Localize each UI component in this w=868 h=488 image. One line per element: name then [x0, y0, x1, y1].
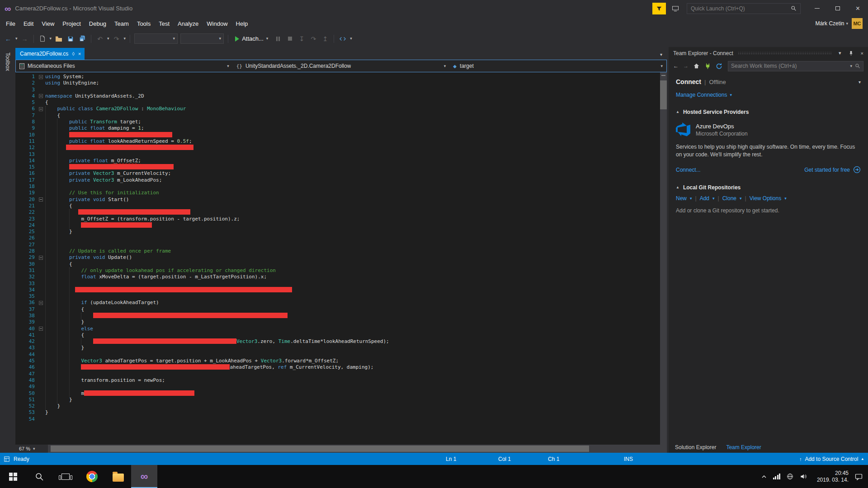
- save-icon[interactable]: [66, 33, 75, 44]
- menu-view[interactable]: View: [38, 19, 58, 29]
- manage-connections-caret-icon[interactable]: ▾: [730, 93, 732, 97]
- connect-link[interactable]: Connect...: [676, 167, 701, 173]
- document-list-caret-icon[interactable]: ▾: [660, 52, 667, 60]
- close-panel-icon[interactable]: ×: [859, 50, 865, 57]
- pin-tab-icon[interactable]: ◊: [72, 51, 74, 56]
- search-options-caret-icon[interactable]: ▾: [850, 64, 852, 68]
- forward-icon[interactable]: →: [683, 63, 689, 69]
- editor-split-handle[interactable]: [660, 72, 667, 79]
- menu-window[interactable]: Window: [203, 19, 231, 29]
- new-file-caret-icon[interactable]: ▾: [50, 37, 52, 41]
- redo-icon[interactable]: ↷: [112, 33, 121, 44]
- menu-team[interactable]: Team: [110, 19, 133, 29]
- git-clone-link[interactable]: Clone: [722, 195, 736, 202]
- tab-team-explorer[interactable]: Team Explorer: [725, 443, 762, 451]
- volume-icon[interactable]: [800, 473, 807, 480]
- menu-debug[interactable]: Debug: [85, 19, 110, 29]
- toolbar-overflow-caret-icon[interactable]: ▾: [350, 37, 352, 41]
- connections-plug-icon[interactable]: [704, 63, 711, 70]
- git-view-options-caret-icon[interactable]: ▾: [784, 197, 787, 201]
- add-to-source-control-button[interactable]: ↑ Add to Source Control ▴: [799, 453, 863, 465]
- step-into-icon[interactable]: ↧: [297, 33, 306, 44]
- redo-caret-icon[interactable]: ▾: [124, 37, 126, 41]
- fold-toggle-icon[interactable]: [39, 94, 43, 98]
- code-area[interactable]: 1using System;2using UnityEngine;34names…: [15, 72, 660, 445]
- fold-toggle-icon[interactable]: [39, 256, 43, 260]
- action-center-icon[interactable]: [855, 473, 863, 480]
- task-view-button[interactable]: [52, 465, 79, 488]
- back-icon[interactable]: ←: [673, 63, 679, 69]
- project-dropdown[interactable]: Miscellaneous Files ▾: [16, 60, 233, 72]
- network-signal-icon[interactable]: [773, 474, 781, 479]
- user-avatar[interactable]: MC: [852, 18, 863, 29]
- horizontal-scrollbar-thumb[interactable]: [51, 446, 589, 452]
- close-tab-icon[interactable]: ×: [78, 51, 81, 56]
- git-new-link[interactable]: New: [676, 195, 687, 202]
- toolbox-tab[interactable]: Toolbox: [0, 47, 15, 453]
- signed-in-user[interactable]: Márk Czetin: [815, 20, 844, 27]
- git-clone-caret-icon[interactable]: ▾: [740, 197, 742, 201]
- fold-toggle-icon[interactable]: [39, 197, 43, 202]
- taskbar-clock[interactable]: 20:45 2019. 03. 14.: [813, 470, 849, 483]
- open-file-icon[interactable]: [54, 33, 63, 44]
- undo-icon[interactable]: ↶: [95, 33, 104, 44]
- fold-toggle-icon[interactable]: [39, 75, 43, 79]
- vertical-scrollbar[interactable]: [660, 72, 667, 445]
- taskbar-visual-studio-button[interactable]: ∞: [131, 465, 157, 488]
- navigate-back-icon[interactable]: ←: [4, 33, 13, 44]
- taskbar-chrome-button[interactable]: [79, 465, 105, 488]
- menu-analyze[interactable]: Analyze: [174, 19, 203, 29]
- restore-button[interactable]: [827, 0, 848, 17]
- menu-help[interactable]: Help: [232, 19, 252, 29]
- minimize-button[interactable]: [807, 0, 827, 17]
- taskbar-file-explorer-button[interactable]: [105, 465, 131, 488]
- menu-edit[interactable]: Edit: [19, 19, 38, 29]
- menu-project[interactable]: Project: [58, 19, 85, 29]
- git-add-link[interactable]: Add: [700, 195, 709, 202]
- git-view-options-link[interactable]: View Options: [750, 195, 781, 202]
- team-explorer-header[interactable]: Team Explorer - Connect ▾ ×: [669, 47, 868, 59]
- member-dropdown[interactable]: ◆ target ▾: [449, 60, 666, 72]
- code-editor[interactable]: 1using System;2using UnityEngine;34names…: [15, 72, 667, 445]
- taskbar-search-button[interactable]: [26, 465, 52, 488]
- manage-connections-link[interactable]: Manage Connections: [676, 92, 727, 98]
- new-file-icon[interactable]: [38, 33, 47, 44]
- page-switch-caret-icon[interactable]: ▾: [859, 80, 861, 84]
- git-new-caret-icon[interactable]: ▾: [690, 197, 692, 201]
- save-all-icon[interactable]: [78, 33, 87, 44]
- feedback-monitor-icon[interactable]: [669, 3, 682, 14]
- menu-file[interactable]: File: [2, 19, 19, 29]
- filter-icon[interactable]: [652, 3, 666, 14]
- attach-button[interactable]: Attach... ▾: [232, 33, 271, 44]
- step-out-icon[interactable]: ↥: [321, 33, 330, 44]
- horizontal-scrollbar[interactable]: [48, 445, 660, 453]
- tab-camera2dfollow[interactable]: Camera2DFollow.cs ◊ ×: [15, 48, 85, 60]
- type-dropdown[interactable]: {} UnityStandardAssets._2D.Camera2DFollo…: [233, 60, 450, 72]
- solution-platforms-dropdown[interactable]: ▾: [180, 33, 224, 44]
- stop-icon[interactable]: [285, 33, 294, 44]
- undo-caret-icon[interactable]: ▾: [107, 37, 109, 41]
- navigate-back-caret-icon[interactable]: ▾: [15, 37, 18, 41]
- fold-toggle-icon[interactable]: [39, 301, 43, 305]
- work-items-search-input[interactable]: Search Work Items (Ctrl+á) ▾: [728, 61, 863, 71]
- solution-configurations-dropdown[interactable]: ▾: [134, 33, 178, 44]
- step-over-icon[interactable]: ↷: [309, 33, 318, 44]
- refresh-icon[interactable]: [716, 63, 722, 70]
- quick-launch-input[interactable]: Quick Launch (Ctrl+Q): [687, 3, 801, 14]
- user-dropdown-caret-icon[interactable]: ▾: [846, 22, 848, 26]
- home-icon[interactable]: [693, 63, 700, 69]
- fold-toggle-icon[interactable]: [39, 327, 43, 331]
- git-add-caret-icon[interactable]: ▾: [712, 197, 715, 201]
- tab-solution-explorer[interactable]: Solution Explorer: [674, 443, 717, 451]
- fold-toggle-icon[interactable]: [39, 107, 43, 111]
- start-button[interactable]: [0, 465, 26, 488]
- tray-expand-chevron-icon[interactable]: [761, 474, 767, 479]
- vertical-scrollbar-thumb[interactable]: [660, 80, 667, 109]
- navigate-forward-icon[interactable]: →: [20, 33, 29, 44]
- pin-panel-icon[interactable]: [847, 49, 855, 57]
- close-button[interactable]: ×: [848, 0, 868, 17]
- menu-test[interactable]: Test: [155, 19, 174, 29]
- menu-tools[interactable]: Tools: [133, 19, 155, 29]
- zoom-dropdown[interactable]: 67 % ▾: [15, 446, 46, 451]
- get-started-link[interactable]: Get started for free: [804, 166, 861, 174]
